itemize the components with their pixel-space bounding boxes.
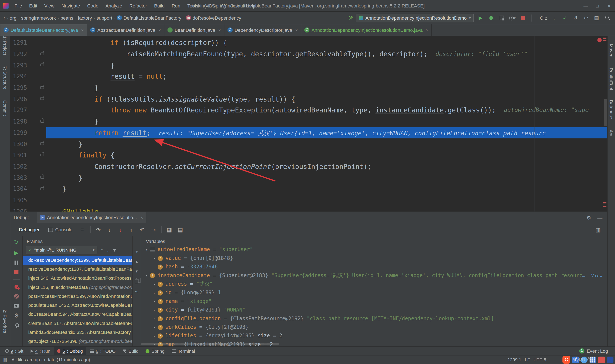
resume-button[interactable]: ▶ — [14, 250, 18, 256]
expand-arrow-icon[interactable]: ▸ — [151, 332, 158, 340]
rollback-button[interactable]: ↩ — [582, 13, 590, 22]
view-breakpoints-button[interactable] — [14, 285, 18, 289]
tool-stripe-ant[interactable]: Ant — [609, 130, 614, 136]
stack-frame[interactable]: createBean:517, AbstractAutowireCapableB… — [23, 319, 132, 328]
breadcrumb-item-defaultlistablebeanfactory[interactable]: CDefaultListableBeanFactory — [116, 14, 183, 21]
build-hammer-icon[interactable]: ⚒ — [348, 15, 353, 21]
fold-lock-icon[interactable] — [40, 154, 44, 156]
tool-stripe-7-structure[interactable]: 7: Structure — [2, 66, 7, 89]
breadcrumb-item-beans[interactable]: beans — [59, 14, 74, 21]
editor-tab-defaultlistablebeanfactory-java[interactable]: CDefaultListableBeanFactory.java× — [0, 24, 87, 36]
drop-frame-icon[interactable]: ↶ — [137, 224, 147, 235]
breadcrumb-item-factory[interactable]: factory — [77, 14, 93, 21]
step-over-icon[interactable]: ↷ — [93, 224, 104, 235]
breadcrumb-item-org[interactable]: org — [9, 14, 18, 21]
editor-tab-dependencydescriptor-java[interactable]: CDependencyDescriptor.java× — [225, 24, 301, 36]
tool-stripe-2-favorites[interactable]: 2: Favorites — [2, 310, 7, 333]
variable-row[interactable]: ▸fconfigFileLocation = {ClassPathResourc… — [141, 314, 607, 323]
breadcrumb-item-doresolvedependency[interactable]: mdoResolveDependency — [185, 14, 242, 21]
debug-settings-gear-icon[interactable]: ⚙ — [14, 313, 19, 318]
tool-stripe-commit[interactable]: Commit — [2, 100, 7, 116]
fold-lock-icon[interactable] — [40, 52, 44, 55]
toolwindow-button-todo[interactable]: 6: TODO — [86, 347, 119, 355]
caret-position[interactable]: 1299:1 — [508, 355, 521, 364]
debug-button[interactable] — [487, 13, 495, 22]
variable-row[interactable]: ▸fvalue = {char[9]@1848} — [141, 254, 607, 262]
stack-frame[interactable]: resolveDependency:1207, DefaultListableB… — [23, 265, 132, 274]
line-number-gutter[interactable]: 1305 — [10, 195, 46, 206]
toolwindow-button-debug[interactable]: 5: Debug — [54, 347, 86, 355]
collapse-arrow-icon[interactable]: ▾ — [144, 245, 150, 254]
run-button[interactable]: ▶ — [477, 13, 484, 22]
expand-arrow-icon[interactable]: ▸ — [151, 254, 158, 262]
stop-session-button[interactable] — [14, 270, 18, 274]
error-indicator-icon[interactable] — [597, 38, 602, 42]
layout-settings-icon[interactable]: ▥ — [593, 224, 603, 235]
fold-lock-icon[interactable] — [40, 142, 44, 145]
update-project-button[interactable]: ↓ — [550, 13, 558, 22]
add-watch-icon[interactable]: + — [135, 250, 138, 253]
coverage-button[interactable] — [498, 13, 506, 22]
error-stripe-mark[interactable] — [603, 38, 606, 39]
view-link[interactable]: View — [591, 271, 602, 280]
line-number-gutter[interactable]: 1299 — [10, 127, 46, 139]
expand-arrow-icon[interactable]: ▸ — [151, 314, 158, 323]
tool-stripe-database[interactable]: Database — [609, 100, 614, 119]
gear-icon[interactable]: ⚙ — [587, 215, 591, 221]
shelve-button[interactable]: ▤ — [593, 13, 601, 22]
pin-icon[interactable] — [14, 323, 19, 328]
close-tab-icon[interactable]: × — [426, 27, 428, 32]
close-tab-icon[interactable]: × — [81, 27, 84, 32]
menu-edit[interactable]: Edit — [26, 0, 41, 12]
toolwindow-button-spring[interactable]: Spring — [142, 347, 168, 355]
rerun-button[interactable]: ↻ — [14, 239, 19, 245]
close-session-icon[interactable]: × — [141, 215, 143, 220]
toolwindow-button-terminal[interactable]: Terminal — [168, 347, 198, 355]
toolwindow-button-build[interactable]: Build — [119, 347, 142, 355]
commit-button[interactable]: ✓ — [561, 13, 569, 22]
menu-analyze[interactable]: Analyze — [102, 0, 126, 12]
fold-lock-icon[interactable] — [40, 176, 44, 179]
collapse-arrow-icon[interactable]: ▾ — [144, 271, 150, 280]
profiler-button[interactable]: ▾ — [508, 13, 516, 22]
menu-navigate[interactable]: Navigate — [58, 0, 84, 12]
editor-scrollbar[interactable] — [604, 99, 607, 126]
expand-arrow-icon[interactable]: ▸ — [151, 306, 158, 314]
step-into-icon[interactable]: ↓ — [104, 224, 114, 235]
thread-dump-camera-icon[interactable] — [14, 304, 19, 307]
fold-lock-icon[interactable] — [40, 97, 44, 100]
stack-frame[interactable]: doResolveDependency:1299, DefaultListabl… — [23, 256, 132, 265]
close-tab-icon[interactable]: × — [295, 27, 298, 32]
hide-panel-icon[interactable]: — — [597, 215, 602, 221]
fold-lock-icon[interactable] — [40, 120, 44, 123]
breadcrumb-item-support[interactable]: support — [95, 14, 114, 21]
next-frame-icon[interactable]: ↓ — [107, 247, 109, 253]
code-editor[interactable]: 1291 if (isRequired(descriptor)) {1292 r… — [10, 36, 607, 212]
scroll-down-icon[interactable]: ▾ — [136, 269, 138, 273]
variable-row[interactable]: ▾autowiredBeanName = "superUser" — [141, 245, 607, 254]
pause-button[interactable] — [14, 260, 18, 265]
menu-refactor[interactable]: Refactor — [126, 0, 150, 12]
line-number-gutter[interactable]: 1301 — [10, 150, 46, 161]
tab-debugger[interactable]: Debugger — [15, 223, 44, 236]
variable-row[interactable]: ▸fname = "xiaoge" — [141, 297, 607, 306]
line-number-gutter[interactable]: 1295 — [10, 82, 46, 93]
breadcrumb-item-r[interactable]: r — [2, 14, 6, 21]
variable-row[interactable]: ▸fcity = {City@2191} "WUHAN" — [141, 306, 607, 314]
step-out-icon[interactable]: ↑ — [126, 224, 136, 235]
stack-frame[interactable]: getObject:-1827254398 (org.springframewo… — [23, 337, 132, 346]
stack-frame[interactable]: doCreateBean:594, AbstractAutowireCapabl… — [23, 310, 132, 319]
menu-build[interactable]: Build — [150, 0, 168, 12]
editor-tab-abstractbeandefinition-java[interactable]: CAbstractBeanDefinition.java× — [87, 24, 164, 36]
line-number-gutter[interactable]: 1306 — [10, 206, 46, 212]
tool-stripe-restfultool[interactable]: RestfulTool — [609, 68, 614, 90]
expand-arrow-icon[interactable]: ▸ — [151, 297, 158, 306]
line-number-gutter[interactable]: 1293 — [10, 60, 46, 71]
line-number-gutter[interactable]: 1292 — [10, 48, 46, 60]
line-number-gutter[interactable]: 1296 — [10, 93, 46, 105]
expand-arrow-icon[interactable]: ▸ — [151, 280, 158, 288]
line-number-gutter[interactable]: 1294 — [10, 71, 46, 82]
close-tab-icon[interactable]: × — [159, 27, 161, 32]
line-number-gutter[interactable]: 1298 — [10, 116, 46, 127]
line-number-gutter[interactable]: 1303 — [10, 172, 46, 183]
